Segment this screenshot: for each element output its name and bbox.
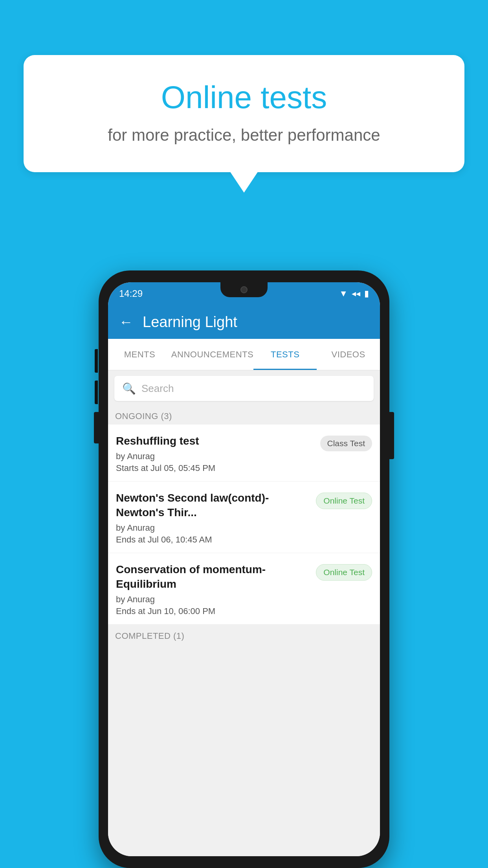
back-button[interactable]: ←: [119, 314, 133, 330]
search-bar[interactable]: 🔍 Search: [114, 376, 374, 401]
search-bar-container: 🔍 Search: [108, 370, 380, 406]
test-time: Ends at Jul 06, 10:45 AM: [116, 535, 310, 545]
test-info: Newton's Second law(contd)-Newton's Thir…: [116, 491, 310, 545]
content-area: 🔍 Search ONGOING (3) Reshuffling test by…: [108, 370, 380, 856]
speech-bubble-container: Online tests for more practice, better p…: [24, 55, 464, 172]
search-input[interactable]: Search: [141, 383, 174, 395]
test-item[interactable]: Reshuffling test by Anurag Starts at Jul…: [108, 425, 380, 482]
phone-device: 14:29 ▼ ◂◂ ▮ ← Learning Light MENTS ANNO…: [99, 270, 389, 868]
bubble-subtitle: for more practice, better performance: [55, 126, 433, 145]
test-name: Conservation of momentum-Equilibrium: [116, 563, 310, 591]
test-info: Reshuffling test by Anurag Starts at Jul…: [116, 434, 315, 473]
battery-icon: ▮: [364, 289, 369, 299]
test-info: Conservation of momentum-Equilibrium by …: [116, 563, 310, 616]
test-item[interactable]: Newton's Second law(contd)-Newton's Thir…: [108, 482, 380, 553]
notch: [220, 282, 268, 297]
test-by: by Anurag: [116, 451, 315, 462]
test-name: Reshuffling test: [116, 434, 315, 448]
test-by: by Anurag: [116, 523, 310, 533]
volume-down-button[interactable]: [95, 381, 98, 404]
test-name: Newton's Second law(contd)-Newton's Thir…: [116, 491, 310, 520]
test-time: Ends at Jun 10, 06:00 PM: [116, 606, 310, 616]
ongoing-section-header: ONGOING (3): [108, 406, 380, 425]
bubble-title: Online tests: [55, 79, 433, 116]
app-bar: ← Learning Light: [108, 305, 380, 339]
test-badge: Online Test: [316, 564, 372, 581]
test-time: Starts at Jul 05, 05:45 PM: [116, 463, 315, 473]
volume-up-button[interactable]: [95, 349, 98, 373]
status-time: 14:29: [119, 288, 143, 299]
tab-videos[interactable]: VIDEOS: [317, 339, 380, 370]
phone-screen: 14:29 ▼ ◂◂ ▮ ← Learning Light MENTS ANNO…: [108, 282, 380, 856]
test-item[interactable]: Conservation of momentum-Equilibrium by …: [108, 553, 380, 625]
test-badge: Online Test: [316, 493, 372, 509]
tab-ments[interactable]: MENTS: [108, 339, 171, 370]
status-icons: ▼ ◂◂ ▮: [339, 289, 369, 299]
speech-bubble: Online tests for more practice, better p…: [24, 55, 464, 172]
wifi-icon: ▼: [339, 289, 348, 299]
front-camera: [240, 286, 248, 293]
test-by: by Anurag: [116, 594, 310, 605]
test-badge: Class Test: [320, 436, 372, 451]
signal-icon: ◂◂: [352, 289, 360, 299]
search-icon: 🔍: [122, 382, 136, 395]
tab-announcements[interactable]: ANNOUNCEMENTS: [171, 339, 253, 370]
tabs-container: MENTS ANNOUNCEMENTS TESTS VIDEOS: [108, 339, 380, 370]
app-title: Learning Light: [143, 314, 237, 331]
phone-frame: 14:29 ▼ ◂◂ ▮ ← Learning Light MENTS ANNO…: [99, 270, 389, 868]
tab-tests[interactable]: TESTS: [253, 339, 317, 370]
test-list: Reshuffling test by Anurag Starts at Jul…: [108, 425, 380, 625]
completed-section-header: COMPLETED (1): [108, 625, 380, 644]
